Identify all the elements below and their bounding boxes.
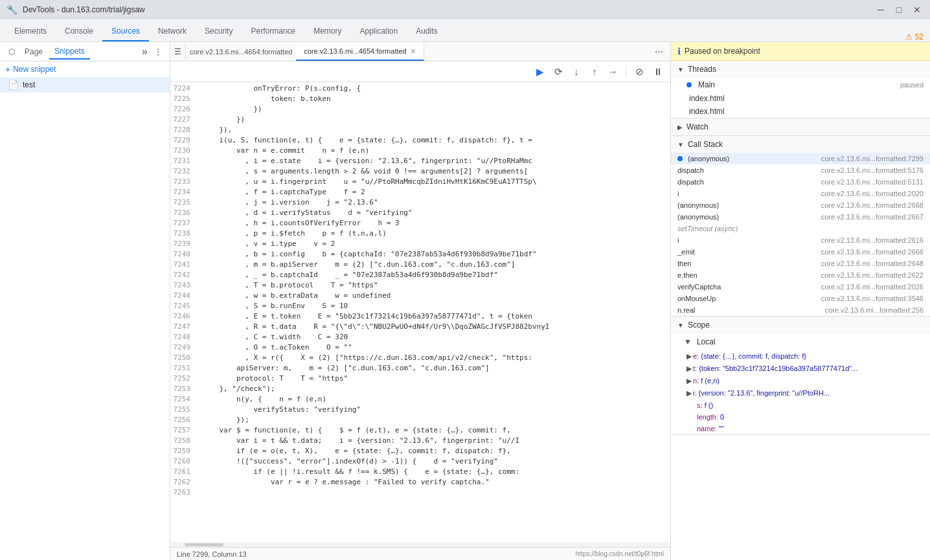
code-line[interactable]: var i = t && t.data; i = {version: "2.13… [199, 436, 670, 446]
code-line[interactable]: , C = t.width C = 320 [199, 332, 670, 342]
sidebar-more-button[interactable]: » [142, 46, 148, 58]
sidebar-tab-page[interactable]: Page [19, 45, 48, 59]
call-stack-item[interactable]: (anonymous)core.v2.13.6.mi...formatted:2… [671, 199, 930, 211]
scope-section-header[interactable]: ▼ Scope [671, 317, 930, 333]
right-panel: ℹ Paused on breakpoint ▼ Threads Main pa… [671, 42, 930, 560]
code-line[interactable]: }) [199, 115, 670, 125]
code-line[interactable]: , R = t.data R = "{\"d\":\"NBU2PwUO+dN4f… [199, 322, 670, 332]
code-line[interactable]: onTryError: P(s.config, { [199, 84, 670, 94]
code-line[interactable]: }), [199, 125, 670, 135]
call-stack-item[interactable]: verifyCaptchacore.v2.13.6.mi...formatted… [671, 281, 930, 293]
code-line[interactable]: var n = e.commit n = f (e,n) [199, 146, 670, 156]
code-line[interactable]: , s = arguments.length > 2 && void 0 !==… [199, 166, 670, 177]
close-button[interactable]: ✕ [911, 3, 924, 16]
resume-button[interactable]: ▶ [532, 64, 548, 80]
watch-section-header[interactable]: ▶ Watch [671, 118, 930, 135]
scope-expand-arrow[interactable]: ▶ [686, 377, 692, 385]
call-stack-section-header[interactable]: ▼ Call Stack [671, 136, 930, 153]
code-line[interactable]: , O = t.acToken O = "" [199, 342, 670, 353]
code-line[interactable]: verifyStatus: "verifying" [199, 405, 670, 415]
horizontal-scrollbar[interactable] [170, 542, 670, 547]
code-line[interactable]: , S = b.runEnv S = 10 [199, 301, 670, 311]
step-into-button[interactable]: ↓ [569, 64, 584, 80]
scope-expand-arrow[interactable]: ▶ [686, 389, 692, 397]
code-line[interactable]: , h = i.countsOfVerifyError h = 3 [199, 218, 670, 229]
tab-performance[interactable]: Performance [242, 22, 304, 41]
thread-main[interactable]: Main paused [671, 78, 930, 92]
local-expand-arrow[interactable]: ▼ [684, 337, 692, 346]
call-stack-item[interactable]: icore.v2.13.6.mi...formatted:2616 [671, 234, 930, 246]
code-line[interactable]: , b = i.config b = {captchaId: "07e2387a… [199, 249, 670, 260]
scope-expand-arrow[interactable]: ▶ [686, 352, 692, 360]
navigate-file-button[interactable]: ⋯ [652, 45, 665, 58]
code-line[interactable]: , i = e.state i = {version: "2.13.6", fi… [199, 156, 670, 166]
code-line[interactable]: , p = i.$fetch p = f (t,n,a,l) [199, 229, 670, 239]
scope-expand-arrow[interactable]: ▶ [686, 364, 692, 372]
local-scope-header[interactable]: ▼ Local [671, 333, 930, 350]
sidebar-menu-button[interactable]: ⋮ [152, 45, 164, 58]
code-line[interactable]: var r = e ? e.message : "Failed to verif… [199, 477, 670, 487]
code-line[interactable]: if (e = o(e, t, X), e = {state: {…}, com… [199, 446, 670, 456]
call-stack-item[interactable]: (anonymous)core.v2.13.6.mi...formatted:2… [671, 211, 930, 223]
sidebar-tab-snippets[interactable]: Snippets [49, 44, 90, 60]
code-line[interactable]: protocol: T T = "https" [199, 374, 670, 384]
code-line[interactable]: i(u, S, function(e, t) { e = {state: {…}… [199, 135, 670, 146]
call-stack-item[interactable]: (anonymous)core.v2.13.6.mi...formatted:7… [671, 153, 930, 164]
call-stack-item[interactable]: n.realcore.v2.13.6.mi...formatted:256 [671, 304, 930, 316]
threads-section-header[interactable]: ▼ Threads [671, 61, 930, 78]
code-line[interactable]: , X = r({ X = (2) ["https://c.dun.163.co… [199, 353, 670, 363]
code-line[interactable]: , w = b.extraData w = undefined [199, 291, 670, 301]
minimize-button[interactable]: ─ [874, 3, 887, 16]
toggle-sidebar-button[interactable]: ☰ [170, 44, 186, 60]
collapse-sidebar-button[interactable]: ⬡ [5, 45, 18, 58]
call-stack-item[interactable]: onMouseUpcore.v2.13.6.mi...formatted:354… [671, 293, 930, 304]
scrollbar-thumb[interactable] [185, 543, 223, 546]
code-line[interactable]: , d = i.verifyStatus d = "verifying" [199, 208, 670, 218]
call-stack-item[interactable]: dispatchcore.v2.13.6.mi...formatted:5131 [671, 176, 930, 188]
snippet-item-test[interactable]: 📄 test [0, 77, 170, 93]
tab-audits[interactable]: Audits [407, 22, 446, 41]
tab-memory[interactable]: Memory [304, 22, 350, 41]
code-line[interactable]: , j = i.version j = "2.13.6" [199, 197, 670, 208]
maximize-button[interactable]: □ [892, 3, 905, 16]
code-line[interactable]: token: b.token [199, 94, 670, 104]
step-over-button[interactable]: ⟳ [550, 64, 566, 80]
code-line[interactable]: , _ = b.captchaId _ = "07e2387ab53a4d6f9… [199, 270, 670, 280]
code-editor[interactable]: 7224722572267227722872297230723172327233… [170, 82, 670, 542]
code-line[interactable]: , T = b.protocol T = "https" [199, 280, 670, 291]
tab-application[interactable]: Application [351, 22, 407, 41]
tab-console[interactable]: Console [56, 22, 102, 41]
code-line[interactable]: }); [199, 415, 670, 425]
tab-elements[interactable]: Elements [5, 22, 56, 41]
editor-tab-main[interactable]: core.v2.13.6.mi...4654:formatted × [296, 42, 424, 61]
code-line[interactable]: n(y, { n = f (e,n) [199, 394, 670, 405]
code-line[interactable]: }, "/check"); [199, 384, 670, 394]
tab-sources[interactable]: Sources [102, 22, 149, 41]
tab-network[interactable]: Network [149, 22, 196, 41]
call-stack-item[interactable]: icore.v2.13.6.mi...formatted:2020 [671, 188, 930, 199]
call-stack-item[interactable]: _emitcore.v2.13.6.mi...formatted:2666 [671, 246, 930, 258]
step-button[interactable]: → [605, 64, 620, 80]
code-line[interactable]: , E = t.token E = "5bb23c1f73214c19b6a39… [199, 311, 670, 322]
code-line[interactable]: !(["success", "error"].indexOf(d) > -1))… [199, 456, 670, 467]
call-stack-item[interactable]: dispatchcore.v2.13.6.mi...formatted:5176 [671, 164, 930, 176]
code-line[interactable]: , f = i.captchaType f = 2 [199, 187, 670, 197]
code-line[interactable]: if (e || !i.result && f !== k.SMS) { e =… [199, 467, 670, 477]
code-line[interactable]: , m = b.apiServer m = (2) ["c.dun.163.co… [199, 260, 670, 270]
code-line[interactable]: var $ = function(e, t) { $ = f (e,t), e … [199, 425, 670, 436]
code-line[interactable]: apiServer: m, m = (2) ["c.dun.163.com", … [199, 363, 670, 374]
call-stack-item[interactable]: thencore.v2.13.6.mi...formatted:2648 [671, 258, 930, 269]
deactivate-breakpoints-button[interactable]: ⊘ [631, 64, 647, 80]
code-line[interactable]: , u = i.fingerprint u = "u//PtoRHaMmcqbZ… [199, 177, 670, 187]
call-stack-item[interactable]: e.thencore.v2.13.6.mi...formatted:2622 [671, 269, 930, 281]
step-out-button[interactable]: ↑ [587, 64, 602, 80]
editor-tab-close-button[interactable]: × [411, 46, 416, 56]
thread-index-2[interactable]: index.html [671, 105, 930, 118]
new-snippet-button[interactable]: + New snippet [0, 62, 170, 77]
thread-index-1[interactable]: index.html [671, 92, 930, 105]
tab-security[interactable]: Security [196, 22, 242, 41]
pause-exceptions-button[interactable]: ⏸ [650, 64, 665, 80]
code-line[interactable]: }) [199, 104, 670, 115]
code-line[interactable]: , v = i.type v = 2 [199, 239, 670, 249]
code-line[interactable] [199, 487, 670, 498]
